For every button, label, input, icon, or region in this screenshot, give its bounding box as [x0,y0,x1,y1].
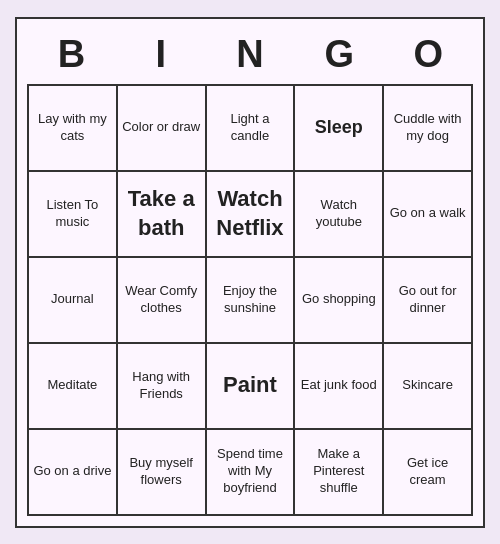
letter-o: O [384,29,473,80]
bingo-cell: Spend time with My boyfriend [207,430,296,516]
bingo-cell: Go shopping [295,258,384,344]
bingo-cell: Go on a walk [384,172,473,258]
bingo-cell: Make a Pinterest shuffle [295,430,384,516]
bingo-cell: Get ice cream [384,430,473,516]
bingo-cell: Go out for dinner [384,258,473,344]
bingo-cell: Light a candle [207,86,296,172]
bingo-cell: Sleep [295,86,384,172]
bingo-cell: Watch Netflix [207,172,296,258]
bingo-cell: Eat junk food [295,344,384,430]
bingo-cell: Color or draw [118,86,207,172]
bingo-cell: Enjoy the sunshine [207,258,296,344]
bingo-card: B I N G O Lay with my catsColor or drawL… [15,17,485,528]
bingo-cell: Meditate [29,344,118,430]
bingo-cell: Take a bath [118,172,207,258]
letter-i: I [116,29,205,80]
bingo-cell: Lay with my cats [29,86,118,172]
bingo-header: B I N G O [27,29,473,80]
bingo-cell: Go on a drive [29,430,118,516]
bingo-cell: Listen To music [29,172,118,258]
bingo-cell: Cuddle with my dog [384,86,473,172]
bingo-cell: Hang with Friends [118,344,207,430]
bingo-cell: Buy myself flowers [118,430,207,516]
bingo-cell: Skincare [384,344,473,430]
letter-g: G [295,29,384,80]
bingo-cell: Journal [29,258,118,344]
bingo-cell: Watch youtube [295,172,384,258]
bingo-cell: Wear Comfy clothes [118,258,207,344]
letter-b: B [27,29,116,80]
letter-n: N [205,29,294,80]
bingo-grid: Lay with my catsColor or drawLight a can… [27,84,473,516]
bingo-cell: Paint [207,344,296,430]
